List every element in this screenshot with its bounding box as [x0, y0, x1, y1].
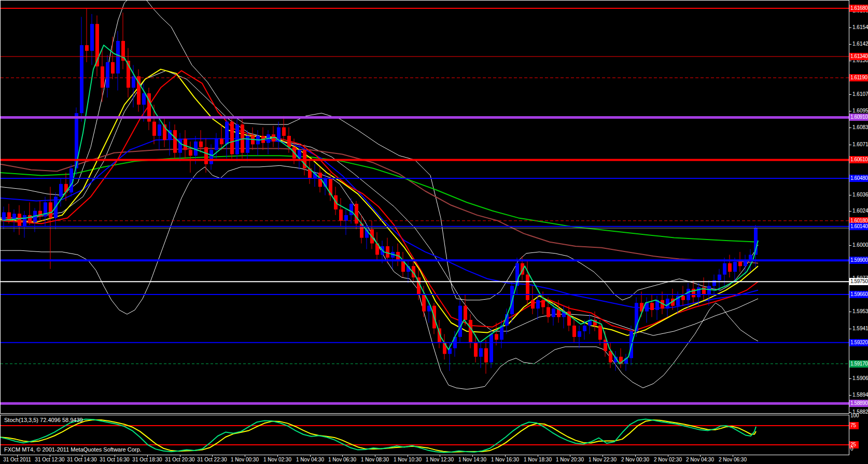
time-label-5: 31 Oct 20:30	[165, 457, 194, 462]
time-label-4: 31 Oct 18:30	[132, 457, 162, 462]
candle-bear	[230, 122, 234, 154]
time-label-0: 31 Oct 2011	[3, 457, 31, 462]
candle-bull	[106, 62, 109, 88]
tick-dash	[849, 211, 851, 212]
time-label-6: 31 Oct 22:30	[197, 457, 227, 462]
candle-bear	[189, 150, 192, 156]
candle-bear	[329, 178, 332, 195]
price-badge-1.60140: 1.60140	[849, 223, 868, 230]
candle-bear	[28, 215, 32, 222]
candle-bear	[101, 66, 104, 88]
stoch-scale-75: 75	[849, 422, 859, 429]
price-tick-label: 1.59535	[852, 308, 868, 314]
candle-bear	[282, 128, 286, 136]
candle-bear	[173, 130, 177, 153]
price-tick-label: 1.58945	[852, 392, 868, 398]
candle-bear	[728, 263, 732, 272]
price-axis[interactable]: 1.616601.615401.614251.613051.610701.609…	[849, 0, 868, 455]
candle-bear	[251, 136, 255, 144]
candle-bear	[484, 348, 488, 362]
tick-dash	[849, 195, 851, 195]
price-tick-1.60360: 1.60360	[849, 192, 868, 198]
price-tick-label: 1.59415	[852, 326, 868, 331]
candle-bull	[2, 213, 6, 221]
candle-bear	[526, 275, 529, 300]
candle-bear	[541, 300, 545, 307]
price-tick-label: 1.60835	[852, 124, 868, 130]
price-badge-1.61680: 1.61680	[849, 5, 868, 12]
candle-bull	[489, 334, 493, 362]
candle-bear	[650, 303, 654, 310]
main-price-chart[interactable]	[0, 0, 849, 414]
price-tick-label: 1.60005	[852, 242, 868, 248]
candle-bull	[479, 348, 483, 357]
time-label-12: 1 Nov 10:30	[394, 457, 422, 462]
candle-bear	[567, 312, 571, 326]
price-badge-1.59320: 1.59320	[849, 339, 868, 346]
time-label-19: 2 Nov 00:30	[621, 457, 649, 462]
candle-bull	[225, 122, 229, 145]
time-label-9: 1 Nov 04:30	[296, 457, 324, 462]
tick-dash	[849, 329, 851, 329]
candle-bull	[158, 124, 161, 136]
mt4-chart-window: Stoch(13,3,5) 72.4096 58.9439 FXCM MT4, …	[0, 0, 868, 464]
candle-bull	[59, 184, 63, 197]
price-badge-1.61190: 1.61190	[849, 74, 868, 81]
candle-bear	[184, 138, 187, 150]
tick-dash	[849, 245, 851, 246]
time-label-11: 1 Nov 08:30	[361, 457, 389, 462]
price-badge-1.59900: 1.59900	[849, 257, 868, 264]
price-badge-1.60480: 1.60480	[849, 175, 868, 182]
price-tick-label: 1.60950	[852, 108, 868, 114]
tick-dash	[849, 27, 851, 28]
time-label-13: 1 Nov 12:30	[426, 457, 454, 462]
candle-bull	[12, 214, 16, 219]
price-tick-label: 1.61070	[852, 91, 868, 97]
time-label-20: 2 Nov 02:30	[654, 457, 682, 462]
price-tick-label: 1.60360	[852, 192, 868, 198]
candle-bull	[344, 215, 348, 221]
candle-bear	[531, 300, 535, 308]
stoch-scale-100: 100	[849, 413, 859, 419]
candle-bear	[339, 209, 343, 221]
price-tick-1.61540: 1.61540	[849, 24, 868, 31]
tick-dash	[849, 378, 851, 379]
candle-bear	[38, 211, 42, 217]
candle-bull	[235, 124, 239, 154]
candle-bull	[697, 287, 701, 297]
candle-bull	[552, 308, 555, 317]
copyright-text: FXCM MT4, © 2001-2011 MetaQuotes Softwar…	[4, 446, 142, 453]
candle-bull	[142, 93, 146, 105]
price-tick-1.60245: 1.60245	[849, 208, 868, 214]
candle-bear	[469, 320, 472, 343]
candle-bear	[495, 334, 498, 340]
price-badge-1.59750: 1.59750	[849, 278, 868, 285]
tick-dash	[849, 145, 851, 145]
candle-bull	[209, 150, 213, 164]
price-badge-1.58890: 1.58890	[849, 400, 868, 407]
price-tick-label: 1.61425	[852, 41, 868, 47]
time-label-2: 31 Oct 14:30	[67, 457, 96, 462]
price-tick-1.59535: 1.59535	[849, 308, 868, 315]
stochastic-label: Stoch(13,3,5) 72.4096 58.9439	[4, 417, 83, 423]
candle-bear	[738, 262, 742, 266]
tick-dash	[849, 128, 851, 128]
candle-bull	[90, 24, 94, 51]
time-label-17: 1 Nov 20:30	[556, 457, 584, 462]
price-badge-1.60610: 1.60610	[849, 156, 868, 163]
candle-bear	[199, 142, 203, 147]
candlestick-canvas[interactable]	[0, 0, 849, 414]
time-axis[interactable]: 31 Oct 201131 Oct 12:3031 Oct 14:3031 Oc…	[0, 455, 868, 464]
candle-bull	[80, 45, 83, 113]
time-label-3: 31 Oct 16:30	[100, 457, 129, 462]
price-tick-1.61070: 1.61070	[849, 91, 868, 97]
candle-bull	[349, 204, 353, 215]
candle-bear	[220, 138, 223, 144]
stoch-scale-0: 0	[849, 446, 853, 452]
candle-bear	[18, 214, 21, 227]
candle-bull	[712, 280, 716, 286]
time-label-14: 1 Nov 14:30	[458, 457, 486, 462]
candle-bear	[7, 213, 11, 220]
candle-bear	[386, 246, 389, 258]
candle-bull	[718, 275, 721, 280]
